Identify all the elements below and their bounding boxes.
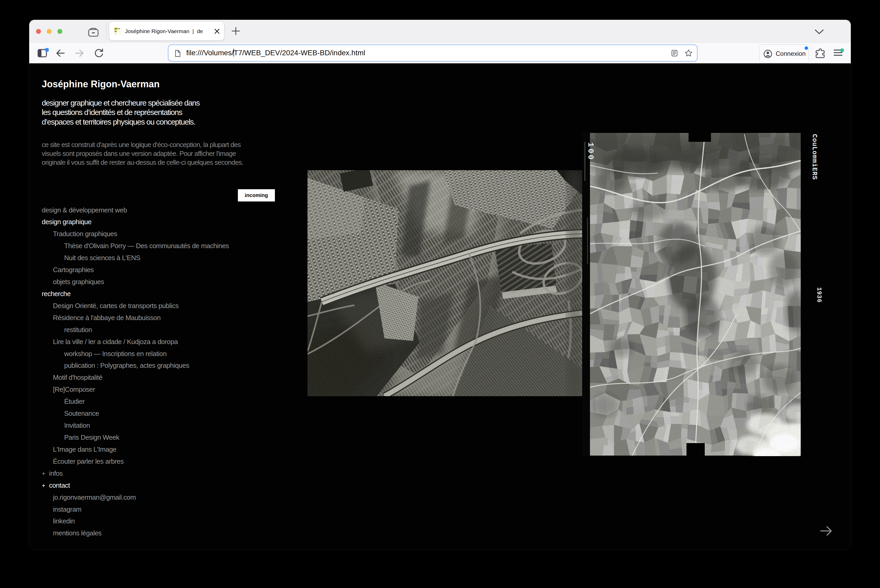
svg-text:100: 100 [586,142,595,161]
svg-text:1936: 1936 [815,287,822,303]
svg-text:CouLommiERS: CouLommiERS [811,134,818,180]
